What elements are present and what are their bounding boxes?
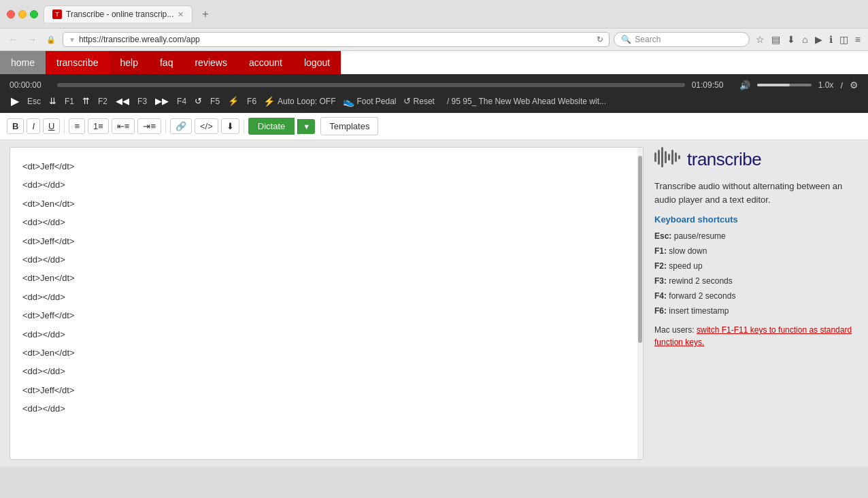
reader-icon[interactable]: ▤ xyxy=(769,33,782,46)
speed-control[interactable]: 1.0x xyxy=(818,80,834,90)
foot-pedal-control[interactable]: 👟 Foot Pedal xyxy=(343,96,397,107)
shortcut-key: F4: xyxy=(654,291,667,301)
unordered-list-button[interactable]: ≡ xyxy=(69,118,85,134)
nav-item-home[interactable]: home xyxy=(0,51,46,74)
maximize-button[interactable] xyxy=(30,10,38,18)
reset-button[interactable]: ↺ Reset xyxy=(403,96,435,106)
f6-timestamp-button[interactable]: ⚡ xyxy=(227,96,240,106)
link-button[interactable]: 🔗 xyxy=(170,118,192,134)
info-icon[interactable]: ℹ xyxy=(827,33,835,46)
transcribe-logo: transcribe xyxy=(654,147,858,171)
toolbar-separator-3 xyxy=(244,119,244,134)
bold-button[interactable]: B xyxy=(7,118,24,134)
editor-line: <dt>Jeff</dt> xyxy=(22,159,631,174)
shortcut-row: Esc: pause/resume xyxy=(654,230,858,242)
search-bar[interactable]: 🔍 Search xyxy=(614,32,750,47)
menu-icon[interactable]: ≡ xyxy=(853,33,863,46)
browser-chrome: T Transcribe - online transcrip... ✕ + ←… xyxy=(0,0,868,51)
outdent-button[interactable]: ⇤≡ xyxy=(112,118,135,134)
forward-button[interactable]: → xyxy=(24,33,39,46)
editor-toolbar: B I U ≡ 1≡ ⇤≡ ⇥≡ 🔗 </> ⬇ Dictate ▼ Templ… xyxy=(0,113,868,140)
code-button[interactable]: </> xyxy=(195,118,218,134)
shortcut-row: F1: slow down xyxy=(654,245,858,257)
time-current: 00:00:00 xyxy=(10,80,50,90)
nav-item-faq[interactable]: faq xyxy=(149,51,184,74)
auto-loop-label: Auto Loop: OFF xyxy=(278,97,335,106)
browser-tab[interactable]: T Transcribe - online transcrip... ✕ xyxy=(44,5,193,22)
keyboard-shortcuts-heading[interactable]: Keyboard shortcuts xyxy=(654,214,858,225)
editor-scrollbar[interactable] xyxy=(637,148,643,459)
scrollbar-thumb[interactable] xyxy=(638,156,642,343)
f5-label: F5 xyxy=(210,97,220,106)
f1-label: F1 xyxy=(65,97,74,106)
dictate-button[interactable]: Dictate xyxy=(248,118,295,135)
tab-favicon: T xyxy=(52,10,62,19)
site-nav: home transcribe help faq reviews account… xyxy=(0,51,868,74)
mac-note: Mac users: switch F1-F11 keys to functio… xyxy=(654,324,858,348)
nav-item-help[interactable]: help xyxy=(110,51,149,74)
close-button[interactable] xyxy=(7,10,15,18)
toolbar-separator-2 xyxy=(165,119,166,134)
ordered-list-button[interactable]: 1≡ xyxy=(88,118,109,134)
extensions-icon[interactable]: ◫ xyxy=(837,33,850,46)
bookmark-icon[interactable]: ☆ xyxy=(754,33,767,46)
f4-forward-button[interactable]: ▶▶ xyxy=(154,96,170,106)
shortcut-desc: pause/resume xyxy=(674,231,726,241)
foot-pedal-icon: 👟 xyxy=(343,96,354,107)
back-button[interactable]: ← xyxy=(5,33,20,46)
f3-label: F3 xyxy=(137,97,147,106)
play-button[interactable]: ▶ xyxy=(10,95,20,107)
sidebar-description: Transcribe audio without alternating bet… xyxy=(654,180,858,206)
shortcut-row: F3: rewind 2 seconds xyxy=(654,275,858,287)
lock-icon: 🔒 xyxy=(44,34,59,46)
editor-line: <dd></dd> xyxy=(22,214,631,230)
foot-pedal-label: Foot Pedal xyxy=(357,97,397,106)
shortcut-row: F4: forward 2 seconds xyxy=(654,290,858,302)
indent-button[interactable]: ⇥≡ xyxy=(137,118,161,134)
dictate-dropdown-button[interactable]: ▼ xyxy=(297,119,315,134)
tab-title: Transcribe - online transcrip... xyxy=(66,10,173,19)
mac-note-prefix: Mac users: xyxy=(654,325,697,335)
share-icon[interactable]: ▶ xyxy=(813,33,824,46)
shortcut-key: F2: xyxy=(654,261,667,271)
download-icon[interactable]: ⬇ xyxy=(785,33,797,46)
f5-loop-button[interactable]: ↺ xyxy=(193,96,203,106)
f1-slow-button[interactable]: ⇊ xyxy=(48,96,58,106)
templates-button[interactable]: Templates xyxy=(320,117,378,135)
reset-icon: ↺ xyxy=(403,96,411,106)
reload-button[interactable]: ↻ xyxy=(597,35,603,44)
sidebar: transcribe Transcribe audio without alte… xyxy=(654,147,858,460)
editor-content[interactable]: <dt>Jeff</dt><dd></dd><dt>Jen</dt><dd></… xyxy=(10,148,643,459)
progress-bar[interactable] xyxy=(57,83,685,87)
settings-icon[interactable]: ⚙ xyxy=(850,80,858,90)
shortcut-key: F3: xyxy=(654,276,667,286)
nav-item-transcribe[interactable]: transcribe xyxy=(46,51,109,74)
f2-fast-button[interactable]: ⇈ xyxy=(81,96,91,106)
editor-line: <dd></dd> xyxy=(22,327,631,342)
underline-button[interactable]: U xyxy=(43,118,60,134)
editor-panel: <dt>Jeff</dt><dd></dd><dt>Jen</dt><dd></… xyxy=(10,147,644,460)
logo-text: transcribe xyxy=(687,149,761,170)
svg-rect-6 xyxy=(675,152,677,162)
f3-rewind-button[interactable]: ◀◀ xyxy=(114,96,131,106)
auto-loop-control[interactable]: ⚡ Auto Loop: OFF xyxy=(263,96,335,107)
download-button[interactable]: ⬇ xyxy=(221,118,239,134)
volume-slider[interactable] xyxy=(757,84,812,86)
italic-button[interactable]: I xyxy=(27,118,40,134)
shortcut-desc: speed up xyxy=(669,261,702,271)
svg-rect-2 xyxy=(661,147,663,167)
editor-line: <dt>Jeff</dt> xyxy=(22,308,631,323)
tab-close-button[interactable]: ✕ xyxy=(178,10,184,19)
audio-progress-row: 00:00:00 01:09:50 🔊 1.0x / ⚙ xyxy=(10,80,858,90)
address-bar[interactable]: ▼ https://transcribe.wreally.com/app ↻ xyxy=(63,32,610,47)
nav-item-reviews[interactable]: reviews xyxy=(184,51,237,74)
main-content: <dt>Jeff</dt><dd></dd><dt>Jen</dt><dd></… xyxy=(0,140,868,467)
new-tab-button[interactable]: + xyxy=(198,6,212,22)
minimize-button[interactable] xyxy=(18,10,27,18)
home-icon[interactable]: ⌂ xyxy=(800,33,809,46)
audio-controls-row: ▶ Esc ⇊ F1 ⇈ F2 ◀◀ F3 ▶▶ F4 ↺ F5 ⚡ F6 ⚡ … xyxy=(10,95,858,107)
svg-rect-5 xyxy=(671,150,673,165)
nav-item-account[interactable]: account xyxy=(238,51,293,74)
editor-line: <dt>Jen</dt> xyxy=(22,345,631,361)
nav-item-logout[interactable]: logout xyxy=(293,51,341,74)
